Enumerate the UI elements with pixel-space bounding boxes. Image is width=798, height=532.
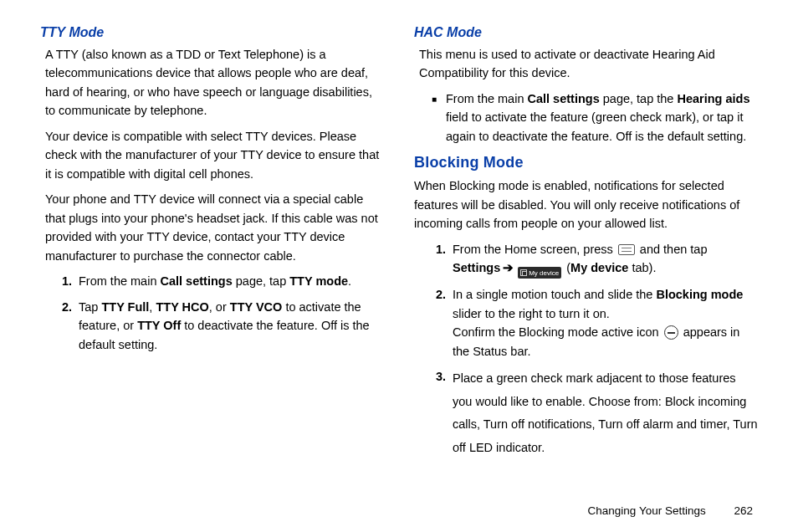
step-number: 1. bbox=[55, 272, 79, 290]
step-number: 1. bbox=[429, 240, 453, 279]
right-column: HAC Mode This menu is used to activate o… bbox=[414, 25, 758, 466]
footer-section-title: Changing Your Settings bbox=[588, 504, 706, 517]
hac-para-1: This menu is used to activate or deactiv… bbox=[419, 45, 758, 83]
square-bullet-icon: ■ bbox=[422, 90, 446, 146]
blocking-para-1: When Blocking mode is enabled, notificat… bbox=[414, 176, 758, 233]
step-text: From the Home screen, press and then tap… bbox=[453, 240, 758, 279]
left-column: TTY Mode A TTY (also known as a TDD or T… bbox=[40, 25, 384, 466]
tty-step-1: 1. From the main Call settings page, tap… bbox=[40, 272, 384, 290]
tty-para-1: A TTY (also known as a TDD or Text Telep… bbox=[45, 45, 384, 120]
blocking-step-1: 1. From the Home screen, press and then … bbox=[414, 240, 758, 279]
step-text: In a single motion touch and slide the B… bbox=[453, 285, 758, 361]
tty-para-2: Your device is compatible with select TT… bbox=[45, 127, 384, 183]
step-text: Tap TTY Full, TTY HCO, or TTY VCO to act… bbox=[79, 298, 384, 354]
blocking-step-3: 3. Place a green check mark adjacent to … bbox=[414, 367, 758, 459]
tty-heading: TTY Mode bbox=[40, 25, 384, 40]
page-number: 262 bbox=[734, 504, 753, 517]
step-text: Place a green check mark adjacent to tho… bbox=[453, 367, 758, 459]
hac-heading: HAC Mode bbox=[414, 25, 758, 40]
blocking-step-2: 2. In a single motion touch and slide th… bbox=[414, 285, 758, 361]
arrow-icon: ➔ bbox=[503, 261, 514, 274]
tty-step-2: 2. Tap TTY Full, TTY HCO, or TTY VCO to … bbox=[40, 298, 384, 354]
hac-bullet: ■ From the main Call settings page, tap … bbox=[414, 90, 758, 146]
tty-steps: 1. From the main Call settings page, tap… bbox=[40, 272, 384, 354]
step-number: 3. bbox=[429, 367, 453, 459]
step-text: From the main Call settings page, tap TT… bbox=[79, 272, 384, 290]
menu-key-icon bbox=[618, 244, 635, 255]
blocking-steps: 1. From the Home screen, press and then … bbox=[414, 240, 758, 460]
bullet-text: From the main Call settings page, tap th… bbox=[446, 90, 758, 146]
step-number: 2. bbox=[429, 285, 453, 361]
page-columns: TTY Mode A TTY (also known as a TDD or T… bbox=[40, 25, 758, 466]
tty-para-3: Your phone and TTY device will connect v… bbox=[45, 190, 384, 265]
step-number: 2. bbox=[55, 298, 79, 354]
blocking-heading: Blocking Mode bbox=[414, 154, 758, 171]
page-footer: Changing Your Settings 262 bbox=[588, 504, 753, 517]
my-device-icon: My device bbox=[518, 267, 561, 279]
blocking-mode-icon bbox=[664, 325, 678, 340]
